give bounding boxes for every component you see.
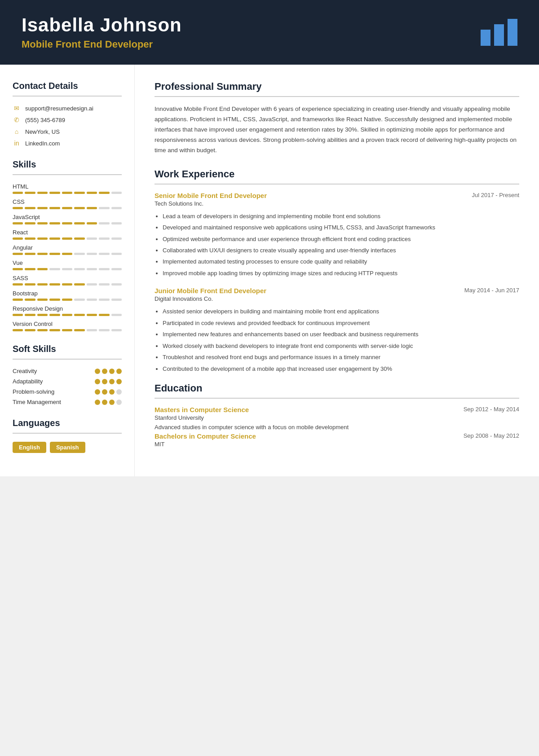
skill-seg-empty (111, 253, 122, 255)
skill-item: HTML (13, 183, 122, 194)
skill-seg-filled (25, 283, 35, 286)
education-title: Education (155, 382, 519, 394)
skill-seg-filled (37, 283, 48, 286)
skill-name: Version Control (13, 321, 122, 327)
skill-name: CSS (13, 198, 122, 205)
summary-text: Innovative Mobile Front End Developer wi… (155, 104, 519, 156)
job-bullet: Participated in code reviews and provide… (163, 318, 519, 328)
skill-item: Bootstrap (13, 290, 122, 301)
skill-name: React (13, 229, 122, 236)
contact-item: ⌂NewYork, US (13, 128, 122, 135)
contact-icon: ⌂ (13, 128, 21, 135)
skill-seg-filled (25, 207, 35, 209)
languages-title: Languages (13, 418, 122, 428)
skill-seg-empty (99, 268, 109, 270)
skill-seg-filled (87, 314, 97, 316)
skill-item: CSS (13, 198, 122, 209)
soft-skills-section: Soft Skills CreativityAdaptabilityProble… (13, 344, 122, 405)
skill-seg-empty (99, 299, 109, 301)
job-bullet: Implemented new features and enhancement… (163, 330, 519, 339)
skill-name: Angular (13, 244, 122, 251)
education-divider (155, 398, 519, 399)
skill-seg-filled (74, 329, 84, 331)
dot-filled (102, 369, 107, 374)
work-section: Work Experience Senior Mobile Front End … (155, 168, 519, 374)
skill-seg-filled (13, 314, 23, 316)
contact-icon: ✆ (13, 116, 21, 123)
edu-header: Masters in Computer Science Sep 2012 - M… (155, 406, 519, 413)
skill-seg-empty (111, 299, 122, 301)
dot-filled (109, 400, 115, 405)
dot-filled (95, 400, 100, 405)
skill-seg-filled (74, 192, 84, 194)
contact-list: ✉support@resumedesign.ai✆(555) 345-6789⌂… (13, 105, 122, 147)
edu-school: Stanford University (155, 414, 519, 421)
skill-seg-filled (37, 207, 48, 209)
skill-seg-empty (87, 299, 97, 301)
dot-filled (116, 369, 122, 374)
decorative-bars (481, 19, 517, 46)
skill-seg-filled (37, 329, 48, 331)
job-bullet: Contributed to the development of a mobi… (163, 364, 519, 374)
soft-skill-name: Time Management (13, 399, 61, 405)
skill-seg-filled (49, 299, 60, 301)
skill-seg-empty (99, 207, 109, 209)
skill-seg-empty (111, 237, 122, 240)
skill-bar (13, 329, 122, 331)
job-company: Digital Innovations Co. (155, 295, 519, 302)
skill-seg-filled (87, 207, 97, 209)
soft-skill-row: Creativity (13, 368, 122, 374)
skill-item: JavaScript (13, 214, 122, 224)
work-title: Work Experience (155, 168, 519, 180)
lang-tags: EnglishSpanish (13, 442, 122, 453)
job-dates: Jul 2017 - Present (472, 192, 519, 198)
main-content: Contact Details ✉support@resumedesign.ai… (0, 65, 539, 476)
skill-bar (13, 283, 122, 286)
language-tag: English (13, 442, 46, 453)
skill-name: SASS (13, 275, 122, 281)
skill-seg-filled (13, 222, 23, 224)
skill-seg-filled (99, 192, 109, 194)
edu-school: MIT (155, 441, 519, 448)
skill-seg-filled (62, 329, 72, 331)
contact-icon: ✉ (13, 105, 21, 112)
skill-bar (13, 237, 122, 240)
languages-divider (13, 433, 122, 434)
edu-header: Bachelors in Computer Science Sep 2008 -… (155, 432, 519, 440)
skill-seg-filled (25, 253, 35, 255)
candidate-name: Isabella Johnson (22, 14, 182, 36)
skill-seg-empty (111, 207, 122, 209)
contact-text: support@resumedesign.ai (25, 105, 93, 112)
skill-bar (13, 299, 122, 301)
skills-divider (13, 174, 122, 175)
skill-seg-filled (62, 253, 72, 255)
skill-seg-empty (111, 268, 122, 270)
job-bullets: Lead a team of developers in designing a… (155, 211, 519, 278)
contact-divider (13, 96, 122, 97)
skill-seg-empty (74, 268, 84, 270)
skill-item: Version Control (13, 321, 122, 331)
job-bullet: Implemented automated testing processes … (163, 257, 519, 266)
dot-filled (102, 389, 107, 395)
skills-list: HTMLCSSJavaScriptReactAngularVueSASSBoot… (13, 183, 122, 331)
skill-seg-empty (111, 222, 122, 224)
job-title: Senior Mobile Front End Developer (155, 192, 267, 199)
skill-seg-empty (49, 268, 60, 270)
dot-filled (95, 379, 100, 384)
soft-skill-name: Problem-solving (13, 388, 54, 395)
education-entry: Masters in Computer Science Sep 2012 - M… (155, 406, 519, 432)
skill-seg-filled (62, 283, 72, 286)
job-entry: Senior Mobile Front End Developer Jul 20… (155, 192, 519, 278)
edu-dates: Sep 2012 - May 2014 (464, 406, 519, 413)
job-company: Tech Solutions Inc. (155, 200, 519, 207)
summary-section: Professional Summary Innovative Mobile F… (155, 81, 519, 156)
skill-item: SASS (13, 275, 122, 286)
job-bullet: Developed and maintained responsive web … (163, 223, 519, 232)
skill-seg-filled (13, 283, 23, 286)
skill-seg-filled (99, 314, 109, 316)
skill-seg-filled (25, 314, 35, 316)
soft-skill-row: Problem-solving (13, 388, 122, 395)
candidate-title: Mobile Front End Developer (22, 39, 182, 50)
contact-text: NewYork, US (25, 128, 60, 135)
skill-item: Angular (13, 244, 122, 255)
